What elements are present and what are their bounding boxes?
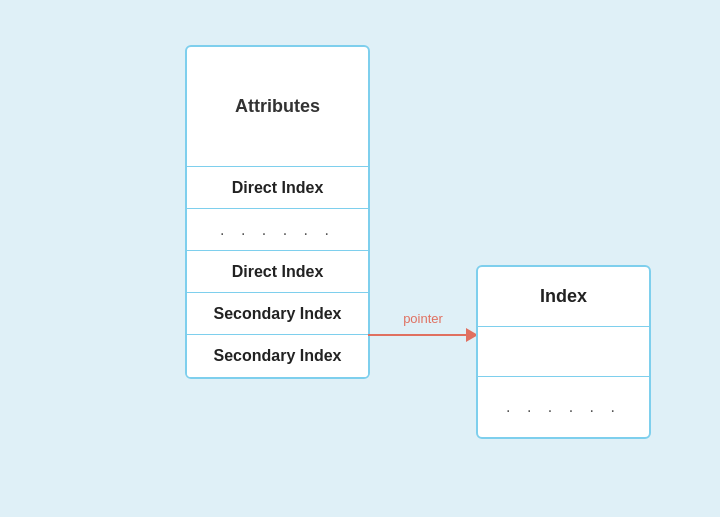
cell-index: Index bbox=[478, 267, 649, 327]
left-table: Attributes Direct Index . . . . . . Dire… bbox=[185, 45, 370, 379]
arrow-shaft bbox=[368, 334, 466, 336]
dots-2-label: . . . . . . bbox=[506, 398, 621, 416]
cell-direct-index-2: Direct Index bbox=[187, 251, 368, 293]
cell-dots-1: . . . . . . bbox=[187, 209, 368, 251]
diagram-container: Attributes Direct Index . . . . . . Dire… bbox=[0, 0, 720, 517]
direct-index-2-label: Direct Index bbox=[232, 263, 324, 281]
arrow-line bbox=[368, 328, 478, 342]
cell-secondary-index-2: Secondary Index bbox=[187, 335, 368, 377]
attributes-label: Attributes bbox=[235, 96, 320, 117]
cell-empty bbox=[478, 327, 649, 377]
arrow-container: pointer bbox=[368, 305, 478, 347]
arrow-label: pointer bbox=[403, 311, 443, 326]
cell-direct-index-1: Direct Index bbox=[187, 167, 368, 209]
right-table: Index . . . . . . bbox=[476, 265, 651, 439]
cell-dots-2: . . . . . . bbox=[478, 377, 649, 437]
direct-index-1-label: Direct Index bbox=[232, 179, 324, 197]
cell-secondary-index-1: Secondary Index bbox=[187, 293, 368, 335]
secondary-index-1-label: Secondary Index bbox=[213, 305, 341, 323]
cell-attributes: Attributes bbox=[187, 47, 368, 167]
secondary-index-2-label: Secondary Index bbox=[213, 347, 341, 365]
index-label: Index bbox=[540, 286, 587, 307]
dots-1-label: . . . . . . bbox=[220, 221, 335, 239]
